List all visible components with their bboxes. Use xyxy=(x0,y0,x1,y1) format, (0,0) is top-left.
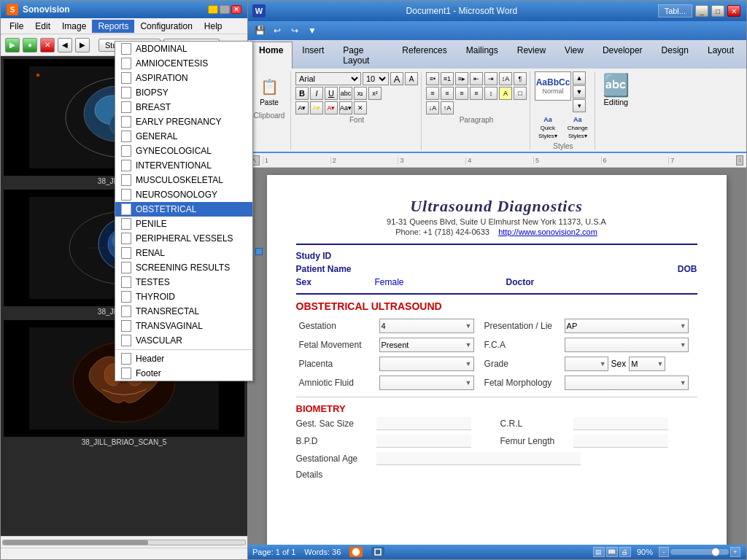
menu-vascular[interactable]: VASCULAR xyxy=(115,333,252,348)
menu-transvaginal[interactable]: TRANSVAGINAL xyxy=(115,319,252,333)
fca-select[interactable]: ▼ xyxy=(565,338,689,352)
bold-btn[interactable]: B xyxy=(295,87,309,100)
superscript-btn[interactable]: x² xyxy=(368,87,382,100)
menu-peripheral-vessels[interactable]: PERIPHERAL VESSELS xyxy=(115,231,252,246)
minimize-btn[interactable] xyxy=(208,5,218,14)
print-view-btn[interactable]: 🖨 xyxy=(619,547,631,557)
text-highlight-btn[interactable]: A▾ xyxy=(310,101,323,114)
gestation-select[interactable]: 4 ▼ xyxy=(379,319,474,333)
qat-undo-btn[interactable]: ↩ xyxy=(270,23,285,38)
borders-btn[interactable]: □ xyxy=(514,87,527,100)
tab-page-layout[interactable]: Page Layout xyxy=(333,42,392,69)
editing-text[interactable]: Editing xyxy=(604,98,629,106)
zoom-slider[interactable] xyxy=(670,549,729,555)
word-maximize-btn[interactable]: □ xyxy=(711,5,724,17)
strikethrough-btn[interactable]: abc xyxy=(339,87,352,100)
fetal-movement-select[interactable]: Present ▼ xyxy=(379,338,474,352)
horizontal-scrollbar[interactable] xyxy=(1,536,247,548)
zoom-in-btn[interactable]: + xyxy=(730,547,740,557)
tab-review[interactable]: Review xyxy=(508,42,555,69)
font-color-btn[interactable]: A▾ xyxy=(325,101,338,114)
decrease-indent-btn[interactable]: ⇤ xyxy=(470,72,483,85)
tab-mailings[interactable]: Mailings xyxy=(457,42,508,69)
menu-neurosonology[interactable]: NEUROSONOLOGY xyxy=(115,187,252,202)
menu-file[interactable]: File xyxy=(4,20,29,33)
menu-image[interactable]: Image xyxy=(56,20,92,33)
align-center-btn[interactable]: ≡ xyxy=(441,87,454,100)
tab-view[interactable]: View xyxy=(555,42,593,69)
word-close-btn[interactable]: ✕ xyxy=(727,5,740,17)
subscript-btn[interactable]: x₂ xyxy=(354,87,367,100)
bullets-btn[interactable]: ≡• xyxy=(426,72,439,85)
play-btn[interactable]: ▶ xyxy=(5,38,20,52)
justify-btn[interactable]: ≡ xyxy=(470,87,483,100)
change-case-btn[interactable]: Aa▾ xyxy=(339,101,352,114)
femur-field[interactable] xyxy=(573,435,668,448)
tabl-overflow[interactable]: Tabl... xyxy=(658,4,692,18)
change-styles-btn[interactable]: Aa Change Styles▾ xyxy=(564,114,592,141)
paste-btn[interactable]: 📋 Paste xyxy=(252,71,286,110)
menu-obstetrical[interactable]: OBSTETRICAL xyxy=(115,202,252,217)
shading-btn[interactable]: A xyxy=(499,87,512,100)
menu-help[interactable]: Help xyxy=(198,20,228,33)
menu-testes[interactable]: TESTES xyxy=(115,275,252,289)
amniotic-select[interactable]: ▼ xyxy=(379,376,474,390)
menu-footer[interactable]: Footer xyxy=(115,366,252,381)
spellcheck-icon[interactable] xyxy=(349,547,363,557)
vertical-ruler-toggle[interactable]: ↕ xyxy=(736,155,743,166)
menu-aspiration[interactable]: ASPIRATION xyxy=(115,71,252,85)
menu-penile[interactable]: PENILE xyxy=(115,217,252,231)
para-extra-2[interactable]: ↑A xyxy=(441,101,454,114)
website-link[interactable]: http://www.sonovision2.com xyxy=(498,228,597,236)
clear-format-btn[interactable]: ✕ xyxy=(354,101,367,114)
quick-styles-btn[interactable]: AaBbCc Normal xyxy=(535,71,571,101)
tab-home[interactable]: Home xyxy=(249,42,293,69)
menu-interventional[interactable]: INTERVENTIONAL xyxy=(115,158,252,173)
multilevel-btn[interactable]: ≡▸ xyxy=(455,72,468,85)
sex-form-select[interactable]: M ▼ xyxy=(629,357,665,371)
sort-btn[interactable]: ↕A xyxy=(499,72,512,85)
italic-btn[interactable]: I xyxy=(310,87,323,100)
menu-gynecological[interactable]: GYNECOLOGICAL xyxy=(115,144,252,158)
placenta-select[interactable]: ▼ xyxy=(379,357,474,371)
numbering-btn[interactable]: ≡1 xyxy=(441,72,454,85)
tab-design[interactable]: Design xyxy=(652,42,698,69)
styles-up-btn[interactable]: ▲ xyxy=(573,71,586,85)
menu-general[interactable]: GENERAL xyxy=(115,129,252,144)
increase-indent-btn[interactable]: ⇥ xyxy=(484,72,498,85)
align-left-btn[interactable]: ≡ xyxy=(426,87,439,100)
underline-btn[interactable]: U xyxy=(325,87,338,100)
menu-musculoskeletal[interactable]: MUSCULOSKELETAL xyxy=(115,173,252,187)
gestational-age-field[interactable] xyxy=(376,452,581,465)
bpd-field[interactable] xyxy=(376,435,471,448)
fetal-morph-select[interactable]: ▼ xyxy=(565,376,689,390)
menu-abdominal[interactable]: ABDOMINAL xyxy=(115,42,252,56)
tab-insert[interactable]: Insert xyxy=(293,42,333,69)
quick-styles-change-btn[interactable]: Aa Quick Styles▾ xyxy=(535,114,561,141)
line-spacing-btn[interactable]: ↕ xyxy=(484,87,498,100)
margin-marker[interactable] xyxy=(255,248,263,255)
menu-early-pregnancy[interactable]: EARLY PREGNANCY xyxy=(115,114,252,129)
menu-renal[interactable]: RENAL xyxy=(115,246,252,260)
prev-btn[interactable]: ◀ xyxy=(58,38,72,52)
menu-breast[interactable]: BREAST xyxy=(115,100,252,114)
qat-dropdown-btn[interactable]: ▼ xyxy=(305,23,320,38)
styles-more-btn[interactable]: ▾ xyxy=(573,99,586,112)
menu-transrectal[interactable]: TRANSRECTAL xyxy=(115,304,252,319)
text-effects-btn[interactable]: A▾ xyxy=(295,101,309,114)
tab-references[interactable]: References xyxy=(392,42,456,69)
menu-configuration[interactable]: Configuration xyxy=(134,20,198,33)
qat-save-btn[interactable]: 💾 xyxy=(252,23,267,38)
tab-layout[interactable]: Layout xyxy=(698,42,743,69)
crl-field[interactable] xyxy=(573,417,668,430)
zoom-thumb[interactable] xyxy=(711,548,720,556)
menu-biopsy[interactable]: BIOPSY xyxy=(115,85,252,100)
word-minimize-btn[interactable]: _ xyxy=(695,5,708,17)
gest-sac-field[interactable] xyxy=(376,417,471,430)
zoom-out-btn[interactable]: - xyxy=(659,547,669,557)
menu-thyroid[interactable]: THYROID xyxy=(115,289,252,304)
maximize-btn[interactable] xyxy=(220,5,230,14)
show-marks-btn[interactable]: ¶ xyxy=(514,72,527,85)
grow-font-btn[interactable]: A xyxy=(390,72,403,85)
font-size-select[interactable]: 10 xyxy=(363,72,389,85)
